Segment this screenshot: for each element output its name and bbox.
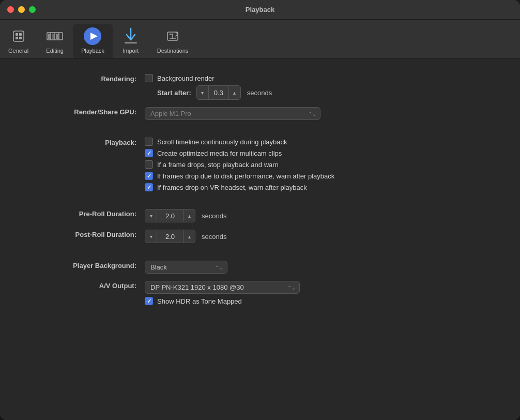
playback-framedrop-checkbox[interactable] [145, 160, 153, 169]
playback-icon [83, 27, 102, 46]
av-output-dropdown[interactable]: DP PN-K321 1920 x 1080 @30 [145, 281, 300, 294]
toolbar-item-playback[interactable]: Playback [73, 24, 113, 58]
rendering-label: Rendering: [31, 74, 145, 83]
toolbar: General Editing [0, 20, 520, 58]
import-icon [121, 27, 140, 46]
start-after-down[interactable]: ▾ [197, 86, 208, 99]
playback-vr-label: If frames drop on VR headset, warn after… [157, 184, 307, 191]
playback-optimized-row: Create optimized media for multicam clip… [145, 149, 334, 157]
playback-label: Playback [81, 48, 104, 54]
svg-rect-9 [48, 34, 50, 39]
playback-optimized-label: Create optimized media for multicam clip… [157, 149, 282, 157]
editing-icon [45, 27, 64, 46]
postroll-controls: ▾ 2.0 ▴ seconds [145, 230, 226, 243]
svg-rect-0 [13, 31, 24, 41]
playback-vr-checkbox[interactable] [145, 183, 153, 191]
preroll-controls: ▾ 2.0 ▴ seconds [145, 209, 226, 222]
playback-options-controls: Scroll timeline continuously during play… [145, 138, 334, 191]
playback-scroll-row: Scroll timeline continuously during play… [145, 138, 334, 146]
start-after-value: 0.3 [208, 86, 229, 99]
postroll-label: Post-Roll Duration: [31, 230, 145, 238]
minimize-button[interactable] [18, 6, 25, 13]
playback-vr-row: If frames drop on VR headset, warn after… [145, 183, 334, 191]
close-button[interactable] [7, 6, 14, 13]
player-background-label: Player Background: [31, 261, 145, 269]
playback-scroll-label: Scroll timeline continuously during play… [157, 138, 287, 146]
gpu-label: Render/Share GPU: [31, 107, 145, 116]
svg-rect-4 [19, 37, 22, 39]
gpu-controls: Apple M1 Pro [145, 107, 320, 120]
destinations-icon [163, 27, 182, 46]
svg-rect-3 [16, 37, 18, 39]
svg-rect-10 [52, 34, 54, 39]
preroll-down[interactable]: ▾ [145, 209, 157, 222]
show-hdr-label: Show HDR as Tone Mapped [157, 297, 242, 305]
start-after-group: Start after: ▾ 0.3 ▴ seconds [145, 85, 272, 100]
preroll-stepper: ▾ 2.0 ▴ [145, 209, 195, 222]
preroll-label: Pre-Roll Duration: [31, 209, 145, 218]
postroll-unit: seconds [202, 233, 226, 241]
background-render-label: Background render [157, 74, 215, 82]
preroll-stepper-group: ▾ 2.0 ▴ seconds [145, 209, 226, 222]
background-render-checkbox[interactable] [145, 74, 153, 82]
gpu-dropdown[interactable]: Apple M1 Pro [145, 107, 320, 120]
window: Playback General [0, 0, 520, 420]
av-output-controls: DP PN-K321 1920 x 1080 @30 Show HDR as T… [145, 281, 300, 305]
editing-label: Editing [46, 48, 64, 54]
postroll-stepper: ▾ 2.0 ▴ [145, 230, 195, 243]
player-background-controls: Black White Gray [145, 261, 227, 274]
playback-options-row: Playback: Scroll timeline continuously d… [31, 138, 489, 191]
postroll-row: Post-Roll Duration: ▾ 2.0 ▴ seconds [31, 230, 489, 243]
toolbar-item-import[interactable]: Import [113, 24, 149, 58]
av-output-label: A/V Output: [31, 281, 145, 290]
toolbar-item-editing[interactable]: Editing [37, 24, 73, 58]
playback-framedrop-label: If a frame drops, stop playback and warn [157, 161, 279, 169]
playback-diskperf-checkbox[interactable] [145, 172, 153, 180]
postroll-value: 2.0 [157, 230, 183, 243]
playback-scroll-checkbox[interactable] [145, 138, 153, 146]
rendering-row: Rendering: Background render Start after… [31, 74, 489, 100]
traffic-lights [7, 6, 36, 13]
start-after-label: Start after: [157, 89, 191, 97]
start-after-unit: seconds [247, 89, 272, 97]
title-bar: Playback [0, 0, 520, 20]
preroll-up[interactable]: ▴ [183, 209, 195, 222]
window-title: Playback [246, 6, 274, 13]
postroll-down[interactable]: ▾ [145, 230, 157, 243]
playback-diskperf-row: If frames drop due to disk performance, … [145, 172, 334, 180]
maximize-button[interactable] [29, 6, 36, 13]
postroll-up[interactable]: ▴ [183, 230, 195, 243]
av-output-row: A/V Output: DP PN-K321 1920 x 1080 @30 S… [31, 281, 489, 305]
toolbar-item-general[interactable]: General [0, 24, 37, 58]
playback-framedrop-row: If a frame drops, stop playback and warn [145, 160, 334, 169]
svg-rect-2 [19, 33, 22, 36]
general-icon [9, 27, 28, 46]
player-background-dropdown[interactable]: Black White Gray [145, 261, 227, 274]
svg-rect-11 [56, 34, 58, 39]
svg-rect-1 [16, 33, 18, 36]
player-background-dropdown-wrapper: Black White Gray [145, 261, 227, 274]
general-label: General [8, 48, 28, 54]
gpu-row: Render/Share GPU: Apple M1 Pro [31, 107, 489, 120]
toolbar-item-destinations[interactable]: Destinations [149, 24, 197, 58]
gpu-dropdown-wrapper: Apple M1 Pro [145, 107, 320, 120]
destinations-label: Destinations [157, 48, 189, 54]
player-background-row: Player Background: Black White Gray [31, 261, 489, 274]
av-output-dropdown-wrapper: DP PN-K321 1920 x 1080 @30 [145, 281, 300, 294]
playback-diskperf-label: If frames drop due to disk performance, … [157, 172, 334, 180]
show-hdr-checkbox[interactable] [145, 297, 153, 305]
main-content: Rendering: Background render Start after… [0, 58, 520, 328]
start-after-stepper: ▾ 0.3 ▴ [196, 85, 241, 100]
import-label: Import [123, 48, 139, 54]
playback-options-label: Playback: [31, 138, 145, 146]
show-hdr-row: Show HDR as Tone Mapped [145, 297, 300, 305]
background-render-row: Background render [145, 74, 272, 82]
preroll-value: 2.0 [157, 209, 183, 222]
preroll-unit: seconds [202, 212, 226, 220]
start-after-up[interactable]: ▴ [229, 86, 240, 99]
preroll-row: Pre-Roll Duration: ▾ 2.0 ▴ seconds [31, 209, 489, 222]
playback-optimized-checkbox[interactable] [145, 149, 153, 157]
rendering-controls: Background render Start after: ▾ 0.3 ▴ s… [145, 74, 272, 100]
postroll-stepper-group: ▾ 2.0 ▴ seconds [145, 230, 226, 243]
